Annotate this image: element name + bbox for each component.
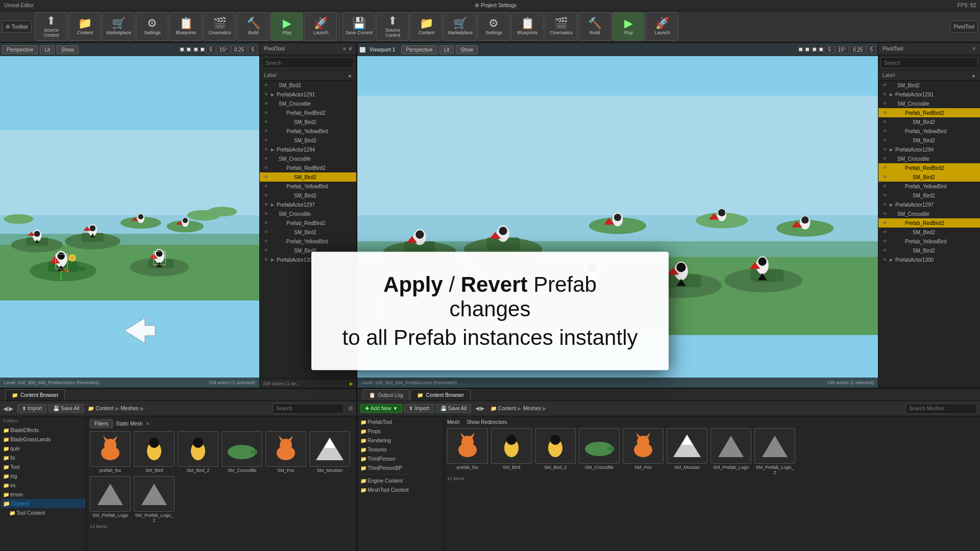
eye-icon[interactable]: 👁 — [264, 92, 268, 97]
outliner-item[interactable]: 👁SM_Crocodile — [260, 209, 356, 218]
right-tree-prefabtool[interactable]: 📁 PrefabTool — [358, 417, 443, 427]
right-pivot-close[interactable]: ✕ — [972, 46, 976, 52]
right-vp-show[interactable]: Show — [456, 45, 478, 54]
cinematics-button[interactable]: 🎬 Cinematics — [203, 12, 236, 41]
tree-bladegrasslands[interactable]: 📁 BladeGrassLands — [1, 435, 85, 444]
outliner-item[interactable]: 👁Prefab_YellowBird — [878, 237, 980, 246]
left-pivot-menu[interactable]: ≡ — [343, 46, 346, 52]
expand-icon[interactable]: ▶ — [890, 147, 893, 152]
outliner-item[interactable]: 👁Prefab_YellowBird — [878, 127, 980, 136]
eye-icon[interactable]: 👁 — [883, 101, 887, 106]
eye-icon[interactable]: 👁 — [883, 156, 887, 161]
left-vp-lit[interactable]: Lit — [40, 45, 55, 54]
asset-item[interactable]: SM_Prefab_Logo — [710, 428, 751, 475]
eye-icon[interactable]: 👁 — [883, 165, 887, 170]
outliner-item[interactable]: 👁Prefab_RedBird2 — [878, 163, 980, 172]
launch-button[interactable]: 🚀 Launch — [304, 12, 337, 41]
content-r-button[interactable]: 📁 Content — [410, 12, 443, 41]
eye-icon[interactable]: 👁 — [883, 147, 887, 152]
eye-icon[interactable]: 👁 — [883, 211, 887, 216]
eye-icon[interactable]: 👁 — [883, 202, 887, 207]
expand-icon[interactable]: ▶ — [890, 92, 893, 97]
launch-r-button[interactable]: 🚀 Launch — [646, 12, 678, 41]
eye-icon[interactable]: 👁 — [264, 147, 268, 152]
outliner-item[interactable]: 👁SM_Bird2 — [260, 228, 356, 237]
eye-icon[interactable]: 👁 — [883, 230, 887, 235]
play-r-button[interactable]: ▶ Play — [612, 12, 645, 41]
eye-icon[interactable]: 👁 — [883, 110, 887, 115]
right-vp-mode[interactable]: Perspective — [401, 45, 437, 54]
tree-ing[interactable]: 📁 ing — [1, 471, 85, 481]
expand-icon[interactable]: ▶ — [271, 203, 274, 207]
tree-bladeeffects[interactable]: 📁 BladeEffects — [1, 425, 85, 435]
filters-btn[interactable]: Filters — [90, 419, 113, 428]
outliner-item[interactable]: 👁Prefab_YellowBird — [260, 182, 356, 191]
outliner-item[interactable]: 👁Prefab_YellowBird — [260, 237, 356, 246]
asset-item[interactable]: prefab_fox — [90, 431, 131, 473]
asset-item[interactable]: SM_Bird_2 — [178, 431, 218, 473]
asset-item[interactable]: SM_Prefab_Logo_2 — [754, 428, 795, 475]
asset-item[interactable]: SM_Bird_2 — [535, 428, 576, 475]
outliner-item[interactable]: 👁▶PrefabActor1291 — [260, 90, 356, 99]
source-control-r-button[interactable]: ⬆ Source Control — [376, 12, 409, 41]
eye-icon[interactable]: 👁 — [883, 220, 887, 226]
eye-icon[interactable]: 👁 — [264, 184, 268, 189]
asset-item[interactable]: SM_Fox — [623, 428, 664, 475]
outliner-item[interactable]: 👁SM_Bird2 — [260, 81, 356, 90]
outliner-item[interactable]: 👁Prefab_YellowBird — [878, 182, 980, 191]
eye-icon[interactable]: 👁 — [264, 138, 268, 143]
right-cb-meshes[interactable]: Meshes — [523, 406, 541, 411]
eye-icon[interactable]: 👁 — [883, 119, 887, 124]
asset-item[interactable]: prefab_fox — [447, 428, 488, 475]
eye-icon[interactable]: 👁 — [264, 174, 268, 180]
tree-es[interactable]: 📁 es — [1, 481, 85, 490]
content-browser-tab[interactable]: 📁 Content Browser — [5, 389, 65, 400]
outliner-item[interactable]: 👁SM_Crocodile — [260, 99, 356, 108]
asset-item[interactable]: SM_Moutian — [667, 428, 707, 475]
save-all-r-button[interactable]: 💾 Save All — [436, 404, 471, 413]
eye-icon[interactable]: 👁 — [264, 129, 268, 134]
left-viewport[interactable]: Perspective Lit Show 🔲 🔲 🔲 🔲 5 15° 0.25 … — [0, 43, 259, 388]
eye-icon[interactable]: 👁 — [264, 156, 268, 161]
left-pivot-close[interactable]: ✕ — [348, 46, 352, 52]
right-tree-textures[interactable]: 📁 Textures — [358, 445, 443, 454]
import-button[interactable]: ⬆ Import — [17, 404, 46, 413]
outliner-item[interactable]: 👁▶PrefabActor1291 — [878, 90, 980, 99]
marketplace-r-button[interactable]: 🛒 Marketplace — [444, 12, 476, 41]
expand-icon[interactable]: ▶ — [271, 147, 274, 152]
eye-icon[interactable]: 👁 — [883, 129, 887, 134]
eye-icon[interactable]: 👁 — [264, 193, 268, 198]
outliner-item[interactable]: 👁Prefab_RedBird2 — [878, 108, 980, 117]
cb-search-input[interactable] — [273, 404, 344, 414]
cb-fwd-btn[interactable]: ▶ — [9, 405, 13, 412]
save-current-button[interactable]: 💾 Save Current — [342, 12, 375, 41]
eye-icon[interactable]: 👁 — [883, 174, 887, 180]
asset-item[interactable]: SM_Bird — [491, 428, 532, 475]
tree-tool[interactable]: 📁 Tool — [1, 462, 85, 471]
outliner-item[interactable]: 👁SM_Crocodile — [878, 154, 980, 163]
eye-icon[interactable]: 👁 — [264, 248, 268, 253]
add-new-button[interactable]: ✚ Add New ▼ — [360, 404, 402, 413]
asset-item[interactable]: SM_Prefab_Logo — [90, 476, 131, 523]
expand-icon[interactable]: ▶ — [890, 258, 893, 262]
eye-icon[interactable]: 👁 — [264, 230, 268, 235]
sort-icon[interactable]: ▲ — [348, 73, 352, 78]
outliner-item[interactable]: 👁▶PrefabActor1297 — [260, 200, 356, 209]
right-cb-back[interactable]: ◀ — [475, 405, 479, 412]
right-tree-thirdperson[interactable]: 📁 ThirdPerson — [358, 454, 443, 463]
source-control-button[interactable]: ⬆ Source Control — [35, 12, 67, 41]
asset-item[interactable]: SM_Bird — [134, 431, 175, 473]
eye-icon[interactable]: 👁 — [264, 211, 268, 216]
tree-erson[interactable]: 📁 erson — [1, 490, 85, 499]
expand-icon[interactable]: ▶ — [890, 203, 893, 207]
right-cb-content[interactable]: Content — [498, 406, 516, 411]
outliner-item[interactable]: 👁SM_Bird2 — [878, 117, 980, 127]
tree-quin[interactable]: 📁 quin — [1, 444, 85, 453]
filter-close-icon[interactable]: ✕ — [145, 421, 150, 427]
outliner-item[interactable]: 👁Prefab_RedBird2 — [260, 163, 356, 172]
outliner-item[interactable]: 👁SM_Bird2 — [260, 136, 356, 145]
eye-icon[interactable]: 👁 — [883, 92, 887, 97]
right-cb-fwd[interactable]: ▶ — [480, 405, 484, 412]
asset-item[interactable]: SM_Fox — [265, 431, 306, 473]
eye-icon[interactable]: 👁 — [264, 220, 268, 226]
